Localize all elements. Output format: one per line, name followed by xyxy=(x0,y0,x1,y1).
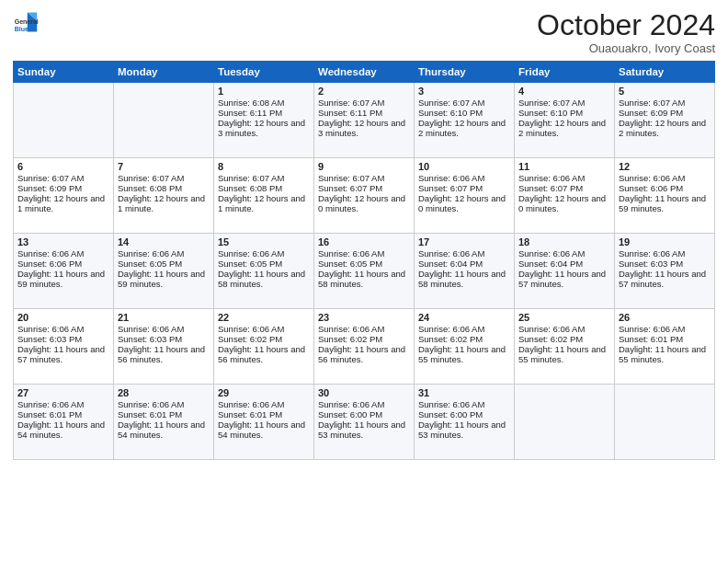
header-thursday: Thursday xyxy=(415,62,515,83)
day-number: 26 xyxy=(619,312,711,323)
week-row-3: 13Sunrise: 6:06 AMSunset: 6:06 PMDayligh… xyxy=(14,234,715,309)
day-number: 27 xyxy=(17,387,109,398)
day-cell: 25Sunrise: 6:06 AMSunset: 6:02 PMDayligh… xyxy=(515,309,615,385)
day-cell: 9Sunrise: 6:07 AMSunset: 6:07 PMDaylight… xyxy=(314,158,415,234)
day-cell: 19Sunrise: 6:06 AMSunset: 6:03 PMDayligh… xyxy=(615,234,715,309)
sunrise-text: Sunrise: 6:07 AM xyxy=(17,173,109,183)
day-number: 24 xyxy=(418,312,510,323)
sunset-text: Sunset: 6:07 PM xyxy=(518,183,610,193)
sunset-text: Sunset: 6:05 PM xyxy=(318,259,410,269)
sunset-text: Sunset: 6:10 PM xyxy=(418,108,510,118)
day-number: 15 xyxy=(218,236,310,247)
daylight-text: Daylight: 12 hours and 1 minute. xyxy=(118,193,210,213)
day-cell: 6Sunrise: 6:07 AMSunset: 6:09 PMDaylight… xyxy=(14,158,114,234)
sunrise-text: Sunrise: 6:06 AM xyxy=(518,173,610,183)
daylight-text: Daylight: 11 hours and 57 minutes. xyxy=(518,269,610,289)
day-cell: 8Sunrise: 6:07 AMSunset: 6:08 PMDaylight… xyxy=(214,158,314,234)
week-row-2: 6Sunrise: 6:07 AMSunset: 6:09 PMDaylight… xyxy=(14,158,715,234)
sunrise-text: Sunrise: 6:06 AM xyxy=(418,399,510,409)
day-number: 7 xyxy=(118,161,210,172)
sunrise-text: Sunrise: 6:06 AM xyxy=(518,248,610,259)
day-number: 30 xyxy=(318,387,410,398)
daylight-text: Daylight: 11 hours and 56 minutes. xyxy=(118,344,210,364)
sunset-text: Sunset: 6:01 PM xyxy=(619,334,711,344)
day-number: 31 xyxy=(418,387,510,398)
svg-text:Blue: Blue xyxy=(15,26,28,32)
day-cell: 15Sunrise: 6:06 AMSunset: 6:05 PMDayligh… xyxy=(214,234,314,309)
day-cell: 4Sunrise: 6:07 AMSunset: 6:10 PMDaylight… xyxy=(515,83,615,158)
sunset-text: Sunset: 6:01 PM xyxy=(118,409,210,419)
daylight-text: Daylight: 11 hours and 55 minutes. xyxy=(418,344,510,364)
day-number: 10 xyxy=(418,161,510,172)
daylight-text: Daylight: 11 hours and 55 minutes. xyxy=(619,344,711,364)
sunrise-text: Sunrise: 6:06 AM xyxy=(17,399,109,409)
sunrise-text: Sunrise: 6:06 AM xyxy=(17,248,109,259)
daylight-text: Daylight: 11 hours and 54 minutes. xyxy=(218,419,310,440)
day-cell: 23Sunrise: 6:06 AMSunset: 6:02 PMDayligh… xyxy=(314,309,415,385)
sunset-text: Sunset: 6:08 PM xyxy=(118,183,210,193)
day-cell: 2Sunrise: 6:07 AMSunset: 6:11 PMDaylight… xyxy=(314,83,415,158)
sunset-text: Sunset: 6:04 PM xyxy=(418,259,510,269)
day-cell: 21Sunrise: 6:06 AMSunset: 6:03 PMDayligh… xyxy=(114,309,214,385)
sunset-text: Sunset: 6:02 PM xyxy=(518,334,610,344)
sunrise-text: Sunrise: 6:06 AM xyxy=(418,173,510,183)
daylight-text: Daylight: 11 hours and 56 minutes. xyxy=(218,344,310,364)
daylight-text: Daylight: 12 hours and 3 minutes. xyxy=(318,118,410,138)
sunset-text: Sunset: 6:04 PM xyxy=(518,259,610,269)
day-number: 19 xyxy=(619,236,711,247)
day-number: 21 xyxy=(118,312,210,323)
day-cell: 10Sunrise: 6:06 AMSunset: 6:07 PMDayligh… xyxy=(415,158,515,234)
day-cell xyxy=(114,83,214,158)
sunrise-text: Sunrise: 6:06 AM xyxy=(318,399,410,409)
day-number: 5 xyxy=(619,86,711,97)
sunrise-text: Sunrise: 6:07 AM xyxy=(518,98,610,108)
location: Ouaouakro, Ivory Coast xyxy=(537,41,715,55)
day-cell: 31Sunrise: 6:06 AMSunset: 6:00 PMDayligh… xyxy=(415,385,515,460)
day-cell xyxy=(515,385,615,460)
sunset-text: Sunset: 6:07 PM xyxy=(318,183,410,193)
header-sunday: Sunday xyxy=(14,62,114,83)
daylight-text: Daylight: 11 hours and 54 minutes. xyxy=(17,419,109,440)
day-cell: 1Sunrise: 6:08 AMSunset: 6:11 PMDaylight… xyxy=(214,83,314,158)
page-header: General Blue October 2024 Ouaouakro, Ivo… xyxy=(13,9,715,55)
header-tuesday: Tuesday xyxy=(214,62,314,83)
sunrise-text: Sunrise: 6:06 AM xyxy=(619,173,711,183)
daylight-text: Daylight: 11 hours and 58 minutes. xyxy=(218,269,310,289)
daylight-text: Daylight: 11 hours and 59 minutes. xyxy=(118,269,210,289)
sunset-text: Sunset: 6:11 PM xyxy=(218,108,310,118)
week-row-5: 27Sunrise: 6:06 AMSunset: 6:01 PMDayligh… xyxy=(14,385,715,460)
day-number: 4 xyxy=(518,86,610,97)
day-cell: 28Sunrise: 6:06 AMSunset: 6:01 PMDayligh… xyxy=(114,385,214,460)
day-cell: 20Sunrise: 6:06 AMSunset: 6:03 PMDayligh… xyxy=(14,309,114,385)
daylight-text: Daylight: 11 hours and 58 minutes. xyxy=(418,269,510,289)
daylight-text: Daylight: 11 hours and 53 minutes. xyxy=(318,419,410,440)
sunset-text: Sunset: 6:08 PM xyxy=(218,183,310,193)
header-friday: Friday xyxy=(515,62,615,83)
sunset-text: Sunset: 6:00 PM xyxy=(418,409,510,419)
daylight-text: Daylight: 12 hours and 1 minute. xyxy=(17,193,109,213)
day-cell: 29Sunrise: 6:06 AMSunset: 6:01 PMDayligh… xyxy=(214,385,314,460)
day-number: 12 xyxy=(619,161,711,172)
daylight-text: Daylight: 12 hours and 0 minutes. xyxy=(318,193,410,213)
day-cell: 5Sunrise: 6:07 AMSunset: 6:09 PMDaylight… xyxy=(615,83,715,158)
sunset-text: Sunset: 6:05 PM xyxy=(118,259,210,269)
daylight-text: Daylight: 11 hours and 59 minutes. xyxy=(619,193,711,213)
day-cell: 17Sunrise: 6:06 AMSunset: 6:04 PMDayligh… xyxy=(415,234,515,309)
day-number: 22 xyxy=(218,312,310,323)
sunset-text: Sunset: 6:02 PM xyxy=(218,334,310,344)
day-cell: 12Sunrise: 6:06 AMSunset: 6:06 PMDayligh… xyxy=(615,158,715,234)
day-cell: 7Sunrise: 6:07 AMSunset: 6:08 PMDaylight… xyxy=(114,158,214,234)
day-cell: 27Sunrise: 6:06 AMSunset: 6:01 PMDayligh… xyxy=(14,385,114,460)
day-number: 1 xyxy=(218,86,310,97)
sunrise-text: Sunrise: 6:07 AM xyxy=(619,98,711,108)
logo: General Blue xyxy=(13,9,39,35)
daylight-text: Daylight: 12 hours and 0 minutes. xyxy=(518,193,610,213)
sunrise-text: Sunrise: 6:06 AM xyxy=(218,248,310,259)
header-saturday: Saturday xyxy=(615,62,715,83)
day-number: 17 xyxy=(418,236,510,247)
day-cell: 24Sunrise: 6:06 AMSunset: 6:02 PMDayligh… xyxy=(415,309,515,385)
sunset-text: Sunset: 6:02 PM xyxy=(318,334,410,344)
day-number: 9 xyxy=(318,161,410,172)
day-number: 18 xyxy=(518,236,610,247)
header-wednesday: Wednesday xyxy=(314,62,415,83)
